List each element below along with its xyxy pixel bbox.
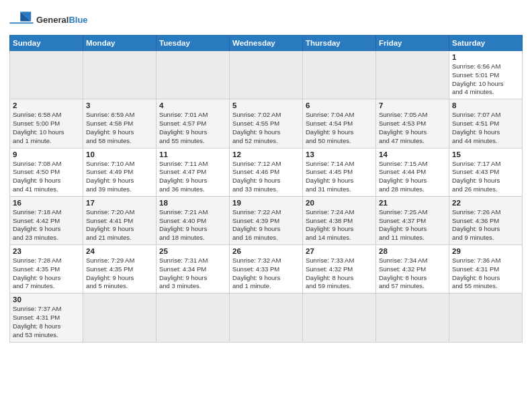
day-number: 20 bbox=[306, 199, 373, 207]
day-info: Sunrise: 7:26 AMSunset: 4:36 PMDaylight:… bbox=[452, 208, 519, 242]
calendar-cell bbox=[230, 51, 303, 99]
day-number: 4 bbox=[159, 101, 226, 109]
calendar-cell bbox=[376, 51, 449, 99]
calendar-cell bbox=[449, 293, 523, 342]
calendar-week-1: 1Sunrise: 6:56 AMSunset: 5:01 PMDaylight… bbox=[10, 51, 523, 99]
header: GeneralBlue bbox=[9, 7, 523, 30]
day-info: Sunrise: 7:32 AMSunset: 4:33 PMDaylight:… bbox=[232, 257, 300, 291]
calendar-cell bbox=[303, 51, 376, 99]
day-number: 3 bbox=[86, 101, 153, 109]
day-info: Sunrise: 6:56 AMSunset: 5:01 PMDaylight:… bbox=[452, 62, 519, 97]
day-number: 29 bbox=[452, 247, 519, 255]
calendar-cell: 30Sunrise: 7:37 AMSunset: 4:31 PMDayligh… bbox=[10, 293, 83, 342]
calendar-cell: 8Sunrise: 7:07 AMSunset: 4:51 PMDaylight… bbox=[449, 99, 523, 148]
weekday-header-wednesday: Wednesday bbox=[230, 36, 303, 51]
day-number: 8 bbox=[452, 101, 519, 109]
day-info: Sunrise: 7:20 AMSunset: 4:41 PMDaylight:… bbox=[86, 208, 153, 242]
calendar-cell: 14Sunrise: 7:15 AMSunset: 4:44 PMDayligh… bbox=[376, 148, 449, 196]
day-number: 22 bbox=[452, 199, 519, 207]
day-info: Sunrise: 7:05 AMSunset: 4:53 PMDaylight:… bbox=[379, 111, 446, 145]
day-info: Sunrise: 7:12 AMSunset: 4:46 PMDaylight:… bbox=[232, 160, 300, 194]
day-number: 15 bbox=[452, 150, 519, 158]
day-info: Sunrise: 6:58 AMSunset: 5:00 PMDaylight:… bbox=[13, 111, 80, 145]
calendar-cell: 21Sunrise: 7:25 AMSunset: 4:37 PMDayligh… bbox=[376, 196, 449, 244]
calendar-cell: 17Sunrise: 7:20 AMSunset: 4:41 PMDayligh… bbox=[83, 196, 157, 244]
calendar-cell: 11Sunrise: 7:11 AMSunset: 4:47 PMDayligh… bbox=[157, 148, 230, 196]
day-info: Sunrise: 7:21 AMSunset: 4:40 PMDaylight:… bbox=[159, 208, 226, 242]
calendar-cell bbox=[83, 51, 157, 99]
day-number: 7 bbox=[379, 101, 446, 109]
day-info: Sunrise: 6:59 AMSunset: 4:58 PMDaylight:… bbox=[86, 111, 153, 145]
day-number: 5 bbox=[232, 101, 300, 109]
day-info: Sunrise: 7:25 AMSunset: 4:37 PMDaylight:… bbox=[379, 208, 446, 242]
calendar-cell: 12Sunrise: 7:12 AMSunset: 4:46 PMDayligh… bbox=[230, 148, 303, 196]
calendar-cell: 26Sunrise: 7:32 AMSunset: 4:33 PMDayligh… bbox=[230, 245, 303, 293]
day-number: 2 bbox=[13, 101, 80, 109]
day-number: 9 bbox=[13, 150, 80, 158]
day-info: Sunrise: 7:01 AMSunset: 4:57 PMDaylight:… bbox=[159, 111, 226, 145]
calendar-cell: 5Sunrise: 7:02 AMSunset: 4:55 PMDaylight… bbox=[230, 99, 303, 148]
day-info: Sunrise: 7:15 AMSunset: 4:44 PMDaylight:… bbox=[379, 160, 446, 194]
day-info: Sunrise: 7:33 AMSunset: 4:32 PMDaylight:… bbox=[306, 257, 373, 291]
calendar-cell: 1Sunrise: 6:56 AMSunset: 5:01 PMDaylight… bbox=[449, 51, 523, 99]
day-info: Sunrise: 7:31 AMSunset: 4:34 PMDaylight:… bbox=[159, 257, 226, 291]
weekday-header-monday: Monday bbox=[83, 36, 157, 51]
calendar-cell: 13Sunrise: 7:14 AMSunset: 4:45 PMDayligh… bbox=[303, 148, 376, 196]
weekday-header-row: SundayMondayTuesdayWednesdayThursdayFrid… bbox=[10, 36, 523, 51]
calendar-cell: 9Sunrise: 7:08 AMSunset: 4:50 PMDaylight… bbox=[10, 148, 83, 196]
calendar-cell: 18Sunrise: 7:21 AMSunset: 4:40 PMDayligh… bbox=[157, 196, 230, 244]
day-info: Sunrise: 7:22 AMSunset: 4:39 PMDaylight:… bbox=[232, 208, 300, 242]
day-number: 14 bbox=[379, 150, 446, 158]
calendar-cell: 15Sunrise: 7:17 AMSunset: 4:43 PMDayligh… bbox=[449, 148, 523, 196]
day-info: Sunrise: 7:10 AMSunset: 4:49 PMDaylight:… bbox=[86, 160, 153, 194]
day-number: 11 bbox=[159, 150, 226, 158]
day-info: Sunrise: 7:36 AMSunset: 4:31 PMDaylight:… bbox=[452, 257, 519, 291]
logo: GeneralBlue bbox=[9, 9, 88, 30]
calendar-page: GeneralBlue SundayMondayTuesdayWednesday… bbox=[0, 0, 532, 411]
calendar-cell: 25Sunrise: 7:31 AMSunset: 4:34 PMDayligh… bbox=[157, 245, 230, 293]
day-number: 24 bbox=[86, 247, 153, 255]
calendar-cell bbox=[376, 293, 449, 342]
day-info: Sunrise: 7:17 AMSunset: 4:43 PMDaylight:… bbox=[452, 160, 519, 194]
day-info: Sunrise: 7:14 AMSunset: 4:45 PMDaylight:… bbox=[306, 160, 373, 194]
calendar-cell bbox=[303, 293, 376, 342]
day-number: 25 bbox=[159, 247, 226, 255]
calendar-cell: 16Sunrise: 7:18 AMSunset: 4:42 PMDayligh… bbox=[10, 196, 83, 244]
day-number: 10 bbox=[86, 150, 153, 158]
day-number: 12 bbox=[232, 150, 300, 158]
calendar-week-6: 30Sunrise: 7:37 AMSunset: 4:31 PMDayligh… bbox=[10, 293, 523, 342]
day-info: Sunrise: 7:04 AMSunset: 4:54 PMDaylight:… bbox=[306, 111, 373, 145]
calendar-cell: 10Sunrise: 7:10 AMSunset: 4:49 PMDayligh… bbox=[83, 148, 157, 196]
day-number: 21 bbox=[379, 199, 446, 207]
calendar-week-4: 16Sunrise: 7:18 AMSunset: 4:42 PMDayligh… bbox=[10, 196, 523, 244]
calendar-week-2: 2Sunrise: 6:58 AMSunset: 5:00 PMDaylight… bbox=[10, 99, 523, 148]
day-info: Sunrise: 7:18 AMSunset: 4:42 PMDaylight:… bbox=[13, 208, 80, 242]
day-info: Sunrise: 7:34 AMSunset: 4:32 PMDaylight:… bbox=[379, 257, 446, 291]
calendar-cell: 3Sunrise: 6:59 AMSunset: 4:58 PMDaylight… bbox=[83, 99, 157, 148]
calendar-cell: 29Sunrise: 7:36 AMSunset: 4:31 PMDayligh… bbox=[449, 245, 523, 293]
calendar-cell bbox=[230, 293, 303, 342]
calendar-table: SundayMondayTuesdayWednesdayThursdayFrid… bbox=[9, 35, 523, 342]
day-number: 26 bbox=[232, 247, 300, 255]
calendar-cell: 23Sunrise: 7:28 AMSunset: 4:35 PMDayligh… bbox=[10, 245, 83, 293]
day-info: Sunrise: 7:24 AMSunset: 4:38 PMDaylight:… bbox=[306, 208, 373, 242]
day-info: Sunrise: 7:11 AMSunset: 4:47 PMDaylight:… bbox=[159, 160, 226, 194]
calendar-cell: 24Sunrise: 7:29 AMSunset: 4:35 PMDayligh… bbox=[83, 245, 157, 293]
calendar-cell: 7Sunrise: 7:05 AMSunset: 4:53 PMDaylight… bbox=[376, 99, 449, 148]
day-number: 13 bbox=[306, 150, 373, 158]
calendar-cell: 22Sunrise: 7:26 AMSunset: 4:36 PMDayligh… bbox=[449, 196, 523, 244]
calendar-cell bbox=[10, 51, 83, 99]
calendar-week-5: 23Sunrise: 7:28 AMSunset: 4:35 PMDayligh… bbox=[10, 245, 523, 293]
day-info: Sunrise: 7:08 AMSunset: 4:50 PMDaylight:… bbox=[13, 160, 80, 194]
day-number: 16 bbox=[13, 199, 80, 207]
svg-rect-3 bbox=[9, 22, 33, 24]
calendar-cell: 19Sunrise: 7:22 AMSunset: 4:39 PMDayligh… bbox=[230, 196, 303, 244]
day-number: 30 bbox=[13, 295, 80, 304]
day-info: Sunrise: 7:02 AMSunset: 4:55 PMDaylight:… bbox=[232, 111, 300, 145]
calendar-cell bbox=[157, 293, 230, 342]
day-number: 19 bbox=[232, 199, 300, 207]
calendar-cell: 2Sunrise: 6:58 AMSunset: 5:00 PMDaylight… bbox=[10, 99, 83, 148]
calendar-cell: 4Sunrise: 7:01 AMSunset: 4:57 PMDaylight… bbox=[157, 99, 230, 148]
day-info: Sunrise: 7:07 AMSunset: 4:51 PMDaylight:… bbox=[452, 111, 519, 145]
day-number: 1 bbox=[452, 53, 519, 61]
